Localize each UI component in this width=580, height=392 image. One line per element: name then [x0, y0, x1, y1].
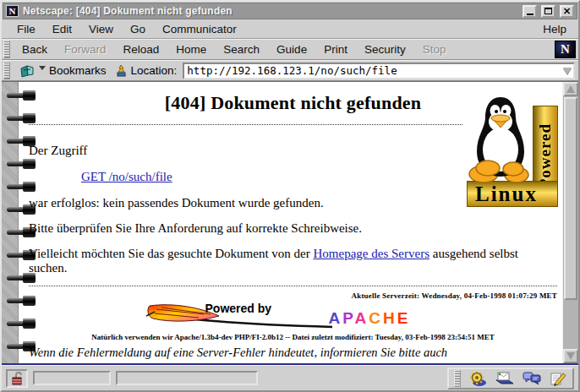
toolbar-button-home[interactable]: Home: [167, 41, 215, 58]
maximize-button[interactable]: [541, 5, 555, 18]
progress-panel: [116, 371, 258, 385]
webmaster-link[interactable]: KwaamReo.dialup.mch.sni.de's Web-Master: [29, 362, 243, 363]
status-panel: [33, 371, 111, 385]
locationbar-grip[interactable]: [3, 62, 10, 79]
tux-penguin-icon: [468, 94, 533, 183]
toolbar-button-guide[interactable]: Guide: [268, 41, 315, 58]
component-bar: [447, 368, 574, 389]
homepage-link[interactable]: Homepage des Servers: [314, 247, 430, 260]
menu-file[interactable]: File: [8, 21, 44, 37]
url-field-wrap: [183, 63, 575, 79]
linux-powered-logo: Powered Linux: [467, 87, 558, 207]
security-button[interactable]: [6, 369, 28, 388]
footer-prefix: Wenn die Fehlermeldung auf eine Server-F…: [29, 346, 447, 359]
bookmarks-dropdown-icon: [39, 66, 46, 70]
menu-edit[interactable]: Edit: [44, 21, 80, 37]
chevron-down-icon: [563, 68, 572, 74]
component-bar-grip[interactable]: [454, 370, 461, 387]
toolbar-button-forward[interactable]: Forward: [56, 41, 115, 58]
close-icon: ×: [562, 7, 571, 15]
bookmarks-label: Bookmarks: [49, 64, 107, 77]
advice-text: Bitte überprüfen Sie Ihre Anforderung au…: [29, 221, 557, 236]
toolbar-button-security[interactable]: Security: [356, 41, 414, 58]
bookmarks-chip[interactable]: Bookmarks: [17, 63, 109, 79]
netscape-throbber-icon[interactable]: N: [555, 41, 576, 58]
browser-viewport: [404] Dokument nicht gefunden Der Zugrif…: [2, 81, 578, 365]
netscape-window: N Netscape: [404] Dokument nicht gefunde…: [0, 0, 580, 392]
location-bar: Bookmarks Location:: [2, 60, 578, 81]
footer-suffix: . Danke.: [243, 362, 285, 363]
location-label: Location:: [131, 64, 178, 77]
composer-icon[interactable]: [549, 370, 567, 387]
menu-bar: File Edit View Go Communicator Help: [2, 20, 578, 39]
linux-powered-label: Powered: [536, 123, 555, 188]
footer-note: Wenn die Fehlermeldung auf eine Server-F…: [29, 345, 557, 363]
apache-powered-logo: Powered by APACHE: [145, 302, 442, 331]
apache-letter: E: [397, 309, 411, 327]
menu-go[interactable]: Go: [122, 21, 154, 37]
navigation-toolbar: Back Forward Reload Home Search Guide Pr…: [2, 39, 578, 60]
maximize-icon: [544, 8, 552, 14]
request-link[interactable]: GET /no/such/file: [81, 170, 172, 183]
linux-logo-bottom-bar: Linux: [467, 181, 558, 207]
scrollbar-thumb[interactable]: [564, 97, 577, 300]
linux-label: Linux: [468, 182, 538, 206]
apache-letter: H: [383, 309, 397, 327]
location-icon: [115, 64, 128, 78]
suggestion-prefix: Vielleicht möchten Sie das gesuchte Doku…: [29, 247, 314, 260]
status-bar: [2, 365, 578, 390]
navigator-wheel-icon[interactable]: [468, 370, 487, 387]
vertical-scrollbar[interactable]: [562, 82, 578, 363]
scroll-down-button[interactable]: [563, 349, 578, 363]
discussions-icon[interactable]: [523, 370, 541, 387]
powered-by-label: Powered by: [205, 302, 272, 315]
minimize-icon: [527, 14, 533, 15]
apache-letter: A: [355, 309, 369, 327]
netscape-n-icon: N: [6, 5, 19, 17]
toolbar-button-reload[interactable]: Reload: [115, 41, 168, 58]
title-bar[interactable]: N Netscape: [404] Dokument nicht gefunde…: [3, 3, 577, 19]
location-proxy[interactable]: Location:: [112, 63, 180, 79]
scroll-up-button[interactable]: [563, 82, 578, 96]
toolbar-button-search[interactable]: Search: [215, 41, 268, 58]
menu-communicator[interactable]: Communicator: [154, 21, 245, 37]
close-button[interactable]: ×: [560, 5, 574, 18]
server-time: Aktuelle Serverzeit: Wednesday, 04-Feb-1…: [29, 291, 557, 300]
minimize-button[interactable]: [523, 5, 537, 18]
menu-help[interactable]: Help: [538, 21, 572, 37]
arrow-up-icon: [566, 85, 575, 93]
url-dropdown-button[interactable]: [561, 64, 573, 78]
divider: [29, 286, 557, 286]
toolbar-button-print[interactable]: Print: [315, 41, 356, 58]
menu-view[interactable]: View: [80, 21, 122, 37]
toolbar-button-stop[interactable]: Stop: [414, 41, 455, 58]
toolbar-grip[interactable]: [3, 41, 10, 58]
divider: [29, 124, 462, 125]
padlock-open-icon: [10, 372, 24, 385]
suggestion-text: Vielleicht möchten Sie das gesuchte Doku…: [29, 247, 557, 275]
mailbox-icon[interactable]: [495, 370, 515, 387]
apache-letter: C: [369, 309, 383, 327]
apache-version-note: Natürlich verwenden wir Apache/1.3b4-dev…: [29, 333, 557, 341]
spiral-binding: [2, 82, 19, 363]
arrow-down-icon: [566, 352, 575, 360]
apache-letter: P: [342, 309, 354, 327]
bookmark-icon: [19, 64, 37, 78]
apache-letter: A: [329, 309, 343, 327]
window-title: Netscape: [404] Dokument nicht gefunden: [23, 5, 518, 17]
apache-wordmark: APACHE: [329, 309, 411, 328]
url-input[interactable]: [184, 65, 561, 77]
toolbar-button-back[interactable]: Back: [14, 41, 56, 58]
